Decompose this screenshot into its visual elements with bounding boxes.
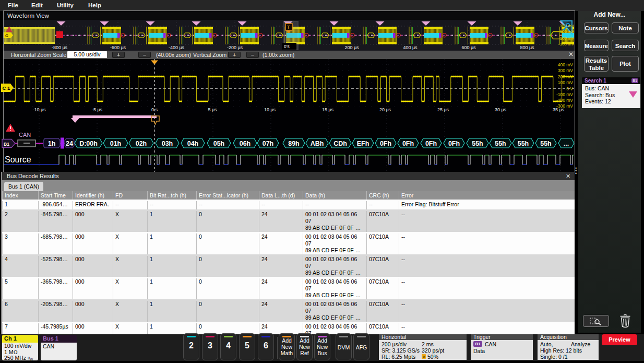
svg-text:ABh: ABh (311, 140, 324, 147)
svg-text:0Fh: 0Fh (448, 140, 460, 147)
svg-text:-400 µs: -400 µs (169, 45, 185, 50)
svg-text:-200 µs: -200 µs (227, 45, 243, 50)
svg-text:100 mV: 100 mV (559, 29, 574, 34)
svg-text:35 µs: 35 µs (553, 107, 565, 112)
svg-text:-10 µs: -10 µs (32, 107, 46, 112)
svg-text:D:00h: D:00h (79, 140, 98, 147)
svg-text:T: T (287, 24, 290, 30)
svg-text:-200 mV: -200 mV (556, 98, 573, 103)
svg-text:300 mV: 300 mV (559, 24, 574, 28)
svg-text:25 µs: 25 µs (437, 107, 449, 112)
svg-text:200 mV: 200 mV (558, 74, 574, 79)
svg-text:55h: 55h (472, 140, 483, 147)
svg-text:06h: 06h (240, 140, 251, 147)
svg-text:24: 24 (66, 140, 73, 147)
svg-text:200 µs: 200 µs (344, 45, 359, 50)
svg-text:0 s: 0 s (151, 107, 158, 112)
svg-text:B1: B1 (4, 142, 9, 147)
svg-text:-300 mV: -300 mV (558, 42, 574, 46)
svg-text:CDh: CDh (333, 140, 347, 147)
svg-text:0Fh: 0Fh (425, 140, 437, 147)
svg-text:10 µs: 10 µs (264, 107, 276, 112)
svg-text:5 µs: 5 µs (208, 107, 217, 112)
svg-text:100 mV: 100 mV (558, 80, 574, 85)
svg-text:20 µs: 20 µs (379, 107, 391, 112)
svg-text:300 mV: 300 mV (558, 68, 574, 73)
svg-text:EFh: EFh (357, 140, 369, 147)
svg-text:-100 mV: -100 mV (558, 36, 574, 41)
svg-text:0 V: 0 V (566, 86, 573, 91)
svg-text:55h: 55h (540, 140, 552, 147)
svg-text:05h: 05h (213, 140, 225, 147)
svg-text:89h: 89h (288, 140, 300, 147)
svg-text:02h: 02h (136, 140, 147, 147)
svg-text:-100 mV: -100 mV (556, 92, 573, 97)
svg-text:400 mV: 400 mV (558, 62, 574, 67)
svg-text:0’s: 0’s (284, 44, 290, 49)
svg-text:Source: Source (5, 155, 31, 164)
svg-text:800 µs: 800 µs (520, 45, 534, 50)
svg-text:07h: 07h (263, 140, 274, 147)
svg-text:15 µs: 15 µs (322, 107, 334, 112)
svg-text:600 µs: 600 µs (461, 45, 476, 50)
svg-text:400 µs: 400 µs (403, 45, 418, 50)
svg-text:-800 µs: -800 µs (52, 45, 68, 50)
svg-text:04h: 04h (187, 140, 199, 147)
svg-text:CAN: CAN (19, 132, 31, 138)
svg-text:...: ... (564, 140, 569, 147)
svg-text:-5 µs: -5 µs (92, 107, 103, 112)
svg-text:03h: 03h (162, 140, 173, 147)
svg-text:-600 µs: -600 µs (110, 45, 126, 50)
svg-text:C 1: C 1 (3, 85, 11, 91)
svg-text:0Fh: 0Fh (402, 140, 414, 147)
svg-text:1h: 1h (48, 140, 56, 147)
svg-text:01h: 01h (110, 140, 122, 147)
svg-text:0Fh: 0Fh (380, 140, 391, 147)
svg-text:55h: 55h (518, 140, 529, 147)
svg-text:C: C (5, 33, 8, 38)
svg-text:55h: 55h (495, 140, 506, 147)
svg-text:30 µs: 30 µs (495, 107, 507, 112)
